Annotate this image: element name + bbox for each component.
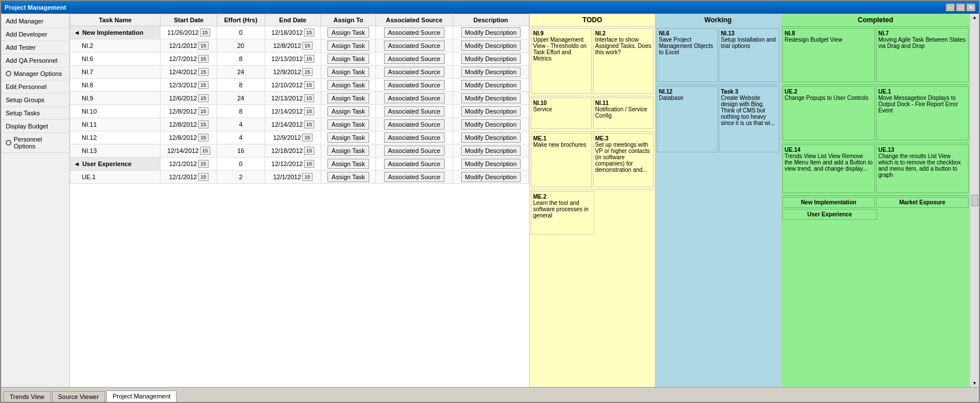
kanban-area: TODO NI.9 Upper Management View - Thresh…	[530, 14, 979, 387]
assoc-button[interactable]: Associated Source	[384, 146, 445, 156]
minimize-button[interactable]: ─	[946, 3, 955, 11]
calendar-button[interactable]: 15	[198, 173, 209, 181]
modify-button[interactable]: Modify Description	[461, 132, 521, 143]
effort-cell: 24	[217, 66, 265, 79]
effort-cell: 20	[217, 39, 265, 53]
date-value: 11/26/2012	[167, 29, 199, 36]
sidebar-item-personnel-options[interactable]: Personnel Options	[1, 133, 69, 153]
sidebar-item-add-qa[interactable]: Add QA Personnel	[1, 54, 69, 67]
assign-cell: Assign Task	[321, 158, 376, 171]
modify-button[interactable]: Modify Description	[461, 67, 521, 77]
assign-button[interactable]: Assign Task	[327, 27, 369, 38]
sidebar-item-manager-options[interactable]: Manager Options	[1, 67, 69, 80]
calendar-button[interactable]: 15	[198, 81, 209, 89]
calendar-button[interactable]: 15	[304, 107, 314, 115]
calendar-button[interactable]: 15	[302, 42, 313, 50]
assoc-button[interactable]: Associated Source	[384, 132, 445, 143]
todo-card-ni11: NI.11 Notification / Service Config	[593, 98, 654, 129]
todo-card-me2: ME.2 Learn the tool and software process…	[531, 191, 594, 235]
assign-button[interactable]: Assign Task	[327, 54, 369, 64]
calendar-button[interactable]: 15	[304, 81, 314, 89]
assign-cell: Assign Task	[321, 66, 376, 79]
calendar-button[interactable]: 15	[304, 120, 314, 128]
assign-button[interactable]: Assign Task	[327, 106, 369, 116]
calendar-button[interactable]: 15	[304, 94, 314, 102]
assoc-button[interactable]: Associated Source	[384, 41, 445, 51]
sidebar-item-add-manager[interactable]: Add Manager	[1, 15, 69, 28]
assign-button[interactable]: Assign Task	[327, 93, 369, 103]
modify-cell: Modify Description	[453, 39, 529, 53]
calendar-button[interactable]: 15	[304, 147, 314, 155]
calendar-button[interactable]: 15	[198, 94, 209, 102]
scroll-down[interactable]: ▼	[973, 381, 977, 386]
date-cell: 12/12/201215	[265, 158, 321, 171]
calendar-button[interactable]: 15	[302, 134, 313, 142]
modify-button[interactable]: Modify Description	[461, 93, 521, 103]
assoc-button[interactable]: Associated Source	[384, 67, 445, 77]
modify-button[interactable]: Modify Description	[461, 27, 521, 38]
sidebar-item-setup-groups[interactable]: Setup Groups	[1, 94, 69, 107]
assign-button[interactable]: Assign Task	[327, 146, 369, 156]
sidebar-item-setup-tasks[interactable]: Setup Tasks	[1, 107, 69, 120]
calendar-button[interactable]: 15	[198, 134, 209, 142]
assoc-button[interactable]: Associated Source	[384, 119, 445, 130]
calendar-button[interactable]: 15	[198, 120, 209, 128]
tab-project-management[interactable]: Project Management	[106, 390, 177, 402]
modify-cell: Modify Description	[453, 79, 529, 92]
assoc-button[interactable]: Associated Source	[384, 159, 445, 169]
calendar-button[interactable]: 15	[200, 147, 210, 155]
sidebar-item-display-budget[interactable]: Display Budget	[1, 120, 69, 133]
calendar-button[interactable]: 15	[198, 55, 209, 63]
assoc-button[interactable]: Associated Source	[384, 80, 445, 90]
modify-button[interactable]: Modify Description	[461, 119, 521, 130]
assoc-button[interactable]: Associated Source	[384, 93, 445, 103]
kanban-scrollbar[interactable]: ▲ ▼	[970, 14, 979, 387]
calendar-button[interactable]: 15	[198, 107, 209, 115]
maximize-button[interactable]: □	[956, 3, 965, 11]
calendar-button[interactable]: 15	[198, 68, 209, 76]
sidebar-item-add-developer[interactable]: Add Developer	[1, 28, 69, 41]
assign-button[interactable]: Assign Task	[327, 67, 369, 77]
scroll-up[interactable]: ▲	[973, 15, 977, 20]
assign-button[interactable]: Assign Task	[327, 132, 369, 143]
calendar-button[interactable]: 15	[198, 160, 209, 168]
calendar-button[interactable]: 15	[302, 68, 313, 76]
calendar-button[interactable]: 15	[304, 160, 314, 168]
group-expand-icon[interactable]: ◄	[74, 160, 80, 167]
date-cell: 12/1/201215	[161, 39, 217, 53]
modify-button[interactable]: Modify Description	[461, 146, 521, 156]
table-row: NI.712/4/2012152412/9/201215Assign TaskA…	[70, 66, 529, 79]
assign-button[interactable]: Assign Task	[327, 159, 369, 169]
calendar-button[interactable]: 15	[304, 29, 314, 37]
modify-button[interactable]: Modify Description	[461, 106, 521, 116]
assign-button[interactable]: Assign Task	[327, 80, 369, 90]
assoc-button[interactable]: Associated Source	[384, 172, 445, 182]
calendar-button[interactable]: 15	[304, 55, 314, 63]
modify-button[interactable]: Modify Description	[461, 159, 521, 169]
calendar-button[interactable]: 15	[198, 42, 209, 50]
modify-button[interactable]: Modify Description	[461, 172, 521, 182]
tab-source-viewer[interactable]: Source Viewer	[52, 391, 105, 402]
assign-button[interactable]: Assign Task	[327, 172, 369, 182]
date-cell: 12/9/201215	[265, 131, 321, 144]
calendar-button[interactable]: 15	[302, 173, 313, 181]
tab-trends-view[interactable]: Trends View	[3, 391, 51, 402]
sidebar-item-edit-personnel[interactable]: Edit Personnel	[1, 80, 69, 94]
assign-button[interactable]: Assign Task	[327, 41, 369, 51]
task-name-cell: NI.7	[70, 66, 161, 79]
close-button[interactable]: ✕	[966, 3, 975, 11]
date-cell: 12/6/201215	[161, 92, 217, 105]
modify-button[interactable]: Modify Description	[461, 41, 521, 51]
scroll-thumb[interactable]	[971, 195, 978, 206]
date-cell: 12/9/201215	[265, 66, 321, 79]
assoc-button[interactable]: Associated Source	[384, 54, 445, 64]
date-value: 12/9/2012	[273, 68, 301, 75]
group-expand-icon[interactable]: ◄	[74, 29, 80, 36]
modify-button[interactable]: Modify Description	[461, 54, 521, 64]
modify-button[interactable]: Modify Description	[461, 80, 521, 90]
sidebar-item-add-tester[interactable]: Add Tester	[1, 41, 69, 54]
assoc-button[interactable]: Associated Source	[384, 27, 445, 38]
assoc-button[interactable]: Associated Source	[384, 106, 445, 116]
assign-button[interactable]: Assign Task	[327, 119, 369, 130]
calendar-button[interactable]: 15	[200, 29, 210, 37]
